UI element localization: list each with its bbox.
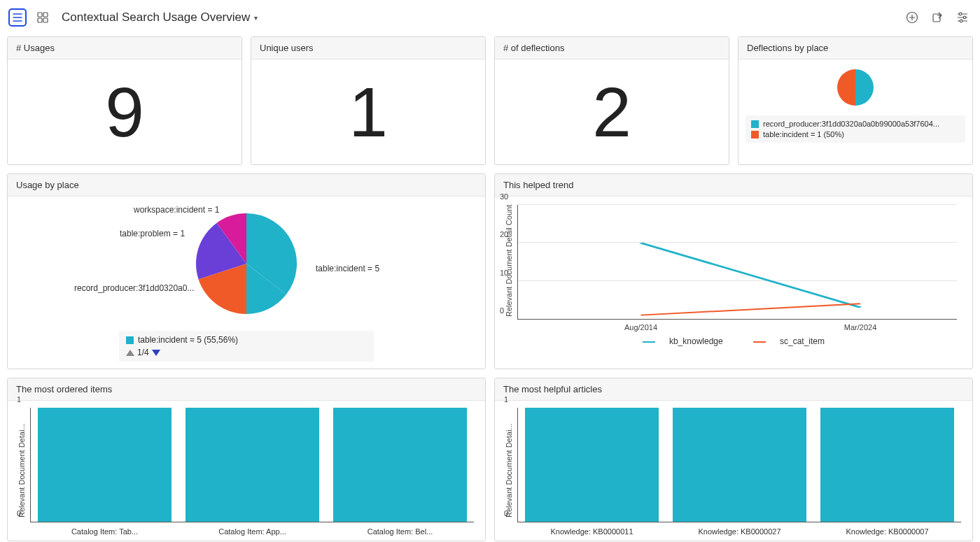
card-title: This helped trend: [495, 174, 972, 197]
y-axis-label: Relevant Document Detail Count: [503, 202, 514, 320]
legend: record_producer:3f1dd0320a0a0b99000a53f7…: [746, 115, 965, 143]
svg-line-11: [641, 304, 861, 315]
legend: table:incident = 5 (55,56%) 1/4: [119, 331, 374, 362]
bar-category: Knowledge: KB0000011: [550, 527, 633, 536]
svg-rect-3: [43, 18, 48, 22]
card-title: Unique users: [251, 37, 485, 59]
card-title: # of deflections: [495, 37, 729, 59]
bar-category: Knowledge: KB0000027: [698, 527, 780, 536]
add-button[interactable]: [903, 8, 921, 27]
pager-prev-icon[interactable]: [126, 350, 134, 356]
card-deflections[interactable]: # of deflections 2: [494, 36, 729, 165]
card-title: Usage by place: [8, 174, 485, 197]
share-button[interactable]: [928, 8, 946, 27]
pie-slice-label: record_producer:3f1dd0320a0...: [74, 283, 194, 293]
svg-rect-0: [38, 13, 42, 17]
card-title: The most helpful articles: [495, 378, 972, 401]
view-grid-button[interactable]: [34, 8, 52, 27]
legend-item: table:incident = 1 (50%): [763, 130, 844, 138]
chevron-down-icon: ▾: [254, 14, 258, 22]
legend-item: sc_cat_item: [780, 336, 825, 346]
card-ordered-items[interactable]: The most ordered items Relevant Document…: [7, 378, 486, 541]
card-helpful-articles[interactable]: The most helpful articles Relevant Docum…: [494, 378, 973, 541]
bar-chart: 0 1 Catalog Item: Tab... Catalog Item: A…: [30, 408, 474, 522]
legend-item: table:incident = 5 (55,56%): [138, 335, 238, 345]
card-title: Deflections by place: [738, 37, 972, 59]
card-title: The most ordered items: [8, 378, 485, 401]
svg-rect-1: [43, 13, 48, 17]
card-usage-by-place[interactable]: Usage by place workspace:incident = 1 ta…: [7, 173, 486, 369]
card-deflections-by-place[interactable]: Deflections by place record_producer:3f1…: [738, 36, 973, 165]
svg-point-6: [959, 13, 962, 15]
line-chart: 0 10 20 30 Aug/2014 Mar/2024: [517, 205, 957, 320]
page-header: Contextual Search Usage Overview ▾: [7, 6, 973, 36]
card-helped-trend[interactable]: This helped trend Relevant Document Deta…: [494, 173, 973, 369]
bar-category: Catalog Item: Bel...: [368, 527, 433, 536]
metric-value: 1: [258, 66, 478, 157]
svg-line-10: [641, 243, 861, 307]
bar-chart: 0 1 Knowledge: KB0000011 Knowledge: KB00…: [517, 408, 961, 522]
pie-slice-label: workspace:incident = 1: [134, 205, 219, 215]
svg-rect-2: [38, 18, 42, 22]
dashboard-title-dropdown[interactable]: Contextual Search Usage Overview ▾: [62, 10, 258, 24]
pie-slice-label: table:problem = 1: [120, 229, 185, 238]
pager-next-icon[interactable]: [152, 350, 160, 356]
pager-text: 1/4: [137, 348, 149, 357]
pie-slice-label: table:incident = 5: [316, 264, 379, 273]
legend-item: kb_knowledge: [669, 336, 723, 346]
card-title: # Usages: [8, 37, 241, 59]
legend: kb_knowledge sc_cat_item: [503, 336, 964, 346]
bar-category: Catalog Item: App...: [218, 527, 286, 536]
settings-button[interactable]: [953, 8, 972, 27]
svg-point-7: [963, 16, 966, 19]
bar-category: Knowledge: KB0000007: [846, 527, 928, 536]
metric-value: 9: [15, 66, 234, 157]
dashboard-grid: # Usages 9 Unique users 1 # of deflectio…: [7, 36, 973, 541]
metric-value: 2: [502, 66, 722, 157]
bar-category: Catalog Item: Tab...: [71, 527, 138, 536]
card-usages[interactable]: # Usages 9: [7, 36, 242, 165]
view-list-button[interactable]: [8, 8, 27, 27]
pie-chart-icon: [194, 211, 299, 316]
page-title: Contextual Search Usage Overview: [62, 10, 250, 24]
svg-point-8: [960, 20, 962, 22]
pie-chart-icon: [834, 66, 876, 108]
card-unique-users[interactable]: Unique users 1: [251, 36, 486, 165]
legend-item: record_producer:3f1dd0320a0a0b99000a53f7…: [763, 120, 939, 128]
